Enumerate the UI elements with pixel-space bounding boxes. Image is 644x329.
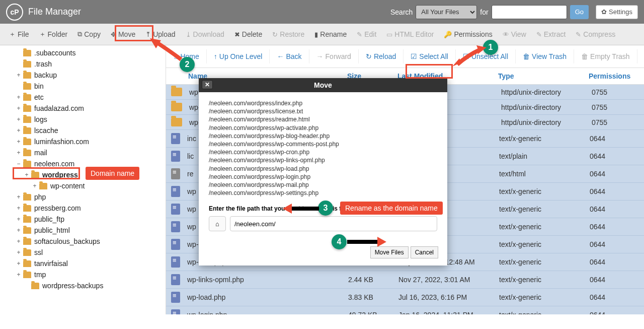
tree-item--trash[interactable]: .trash <box>0 58 166 70</box>
edit-button[interactable]: ✎Edit <box>352 26 381 43</box>
tree-item-lscache[interactable]: +lscache <box>0 125 166 136</box>
file-modified: Jan 16, 2024, 11:31 PM <box>398 311 499 314</box>
column-permissions[interactable]: Permissions <box>589 72 644 80</box>
plus-icon: ＋ <box>39 30 46 39</box>
back-button[interactable]: ←Back <box>270 49 309 63</box>
download-icon: ⤓ <box>186 31 191 38</box>
forward-button[interactable]: →Forward <box>309 49 359 63</box>
expander-icon[interactable]: + <box>15 138 22 145</box>
cancel-button[interactable]: Cancel <box>411 246 438 258</box>
folder-icon <box>23 272 31 278</box>
html-editor-button[interactable]: ▭HTML Editor <box>381 26 439 43</box>
tree-item-public-html[interactable]: +public_html <box>0 225 166 236</box>
tree-item-backup[interactable]: +backup <box>0 70 166 81</box>
tree-item-php[interactable]: +php <box>0 191 166 203</box>
app-title: File Manager <box>28 7 81 17</box>
file-icon <box>171 133 180 144</box>
home-icon: ⌂ <box>215 220 219 228</box>
close-icon: ✕ <box>205 81 210 88</box>
column-type[interactable]: Type <box>498 72 589 80</box>
tree-item-pressberg-com[interactable]: +pressberg.com <box>0 203 166 214</box>
html-editor-icon: ▭ <box>386 31 392 38</box>
expander-icon[interactable]: + <box>15 216 22 223</box>
file-type: text/x-generic <box>499 205 590 213</box>
annotation-box-neoleen <box>13 167 80 179</box>
file-icon <box>171 239 180 250</box>
tree-item-etc[interactable]: +etc <box>0 92 166 103</box>
tree-label: fuadalazad.com <box>34 104 84 112</box>
folder-icon <box>23 194 31 201</box>
up-arrow-icon: ↑ <box>214 52 217 60</box>
rename-button[interactable]: ▮Rename <box>309 26 352 43</box>
settings-button[interactable]: ✿Settings <box>596 5 638 19</box>
tree-item-wp-content[interactable]: +wp-content <box>0 180 166 191</box>
select-all-button[interactable]: ☑Select All <box>404 49 456 63</box>
expander-icon[interactable]: − <box>15 160 22 167</box>
file-row[interactable]: wp-login.php49.72 KBJan 16, 2024, 11:31 … <box>166 306 644 314</box>
search-scope-select[interactable]: All Your Files <box>416 5 477 19</box>
expander-icon[interactable]: + <box>15 227 22 234</box>
empty-trash-button[interactable]: 🗑Empty Trash <box>574 49 637 63</box>
tree-label: tanvirfaisal <box>34 259 68 268</box>
search-input[interactable] <box>492 5 567 19</box>
move-source-path: /neoleen.com/wordpress/wp-comments-post.… <box>209 140 437 148</box>
tree-item-tanvirfaisal[interactable]: +tanvirfaisal <box>0 258 166 269</box>
close-button[interactable]: ✕ <box>202 80 213 89</box>
tree-item-mail[interactable]: +mail <box>0 147 166 158</box>
download-button[interactable]: ⤓Download <box>181 26 229 43</box>
delete-button[interactable]: ✖Delete <box>229 26 267 43</box>
folder-icon <box>39 183 47 189</box>
move-source-path: /neoleen.com/wordpress/readme.html <box>209 115 437 123</box>
tree-item-logs[interactable]: +logs <box>0 114 166 125</box>
expander-icon[interactable]: + <box>15 249 22 256</box>
tree-item-luminfashion-com[interactable]: +luminfashion.com <box>0 136 166 147</box>
restore-button[interactable]: ↻Restore <box>267 26 309 43</box>
folder-button[interactable]: ＋Folder <box>34 26 73 43</box>
file-icon <box>171 274 180 285</box>
view-trash-button[interactable]: 🗑View Trash <box>516 49 574 63</box>
expander-icon[interactable]: + <box>15 149 22 156</box>
tree-item-fuadalazad-com[interactable]: +fuadalazad.com <box>0 103 166 114</box>
annotation-arrow-2 <box>150 38 185 65</box>
view-button[interactable]: 👁View <box>498 26 531 43</box>
tree-item-tmp[interactable]: +tmp <box>0 269 166 280</box>
annotation-box-select-all <box>406 64 453 79</box>
expander-icon[interactable]: + <box>15 238 22 245</box>
expander-icon[interactable]: + <box>15 205 22 212</box>
destination-input[interactable] <box>230 216 437 231</box>
tree-item-public-ftp[interactable]: +public_ftp <box>0 214 166 225</box>
expander-icon[interactable]: + <box>15 72 22 79</box>
copy-button[interactable]: ⧉Copy <box>72 26 106 43</box>
folder-icon <box>23 249 31 256</box>
tree-item-bin[interactable]: bin <box>0 81 166 92</box>
restore-icon: ↻ <box>272 31 278 38</box>
tree-item-softaculous-backups[interactable]: +softaculous_backups <box>0 236 166 247</box>
expander-icon[interactable]: + <box>31 182 38 189</box>
move-source-list: /neoleen.com/wordpress/index.php/neoleen… <box>209 99 437 197</box>
tree-label: neoleen.com <box>34 160 74 168</box>
tree-label: ssl <box>34 248 43 256</box>
expander-icon[interactable]: + <box>15 193 22 201</box>
file-button[interactable]: ＋File <box>4 26 34 43</box>
svg-rect-5 <box>347 240 378 244</box>
file-row[interactable]: wp-links-opml.php2.44 KBNov 27, 2022, 3:… <box>166 271 644 289</box>
expander-icon[interactable]: + <box>15 105 22 112</box>
expander-icon[interactable]: + <box>15 127 22 134</box>
reload-button[interactable]: ↻Reload <box>359 49 404 63</box>
up-one-level-button[interactable]: ↑Up One Level <box>207 49 270 63</box>
compress-button[interactable]: ✎Compress <box>571 26 626 43</box>
folder-icon <box>23 61 31 68</box>
expander-icon[interactable]: + <box>15 271 22 278</box>
expander-icon[interactable]: + <box>15 260 22 267</box>
extract-button[interactable]: ✎Extract <box>531 26 571 43</box>
rename-icon: ▮ <box>314 31 318 38</box>
tree-item--subaccounts[interactable]: .subaccounts <box>0 47 166 58</box>
tree-item-ssl[interactable]: +ssl <box>0 247 166 258</box>
expander-icon[interactable]: + <box>15 116 22 123</box>
expander-icon[interactable]: + <box>15 94 22 101</box>
file-row[interactable]: wp-load.php3.83 KBJul 16, 2023, 6:16 PMt… <box>166 289 644 306</box>
go-button[interactable]: Go <box>570 5 589 19</box>
annotation-domain-name: Domain name <box>86 167 139 180</box>
home-path-button[interactable]: ⌂ <box>209 216 226 231</box>
tree-item-wordpress-backups[interactable]: wordpress-backups <box>0 280 166 291</box>
